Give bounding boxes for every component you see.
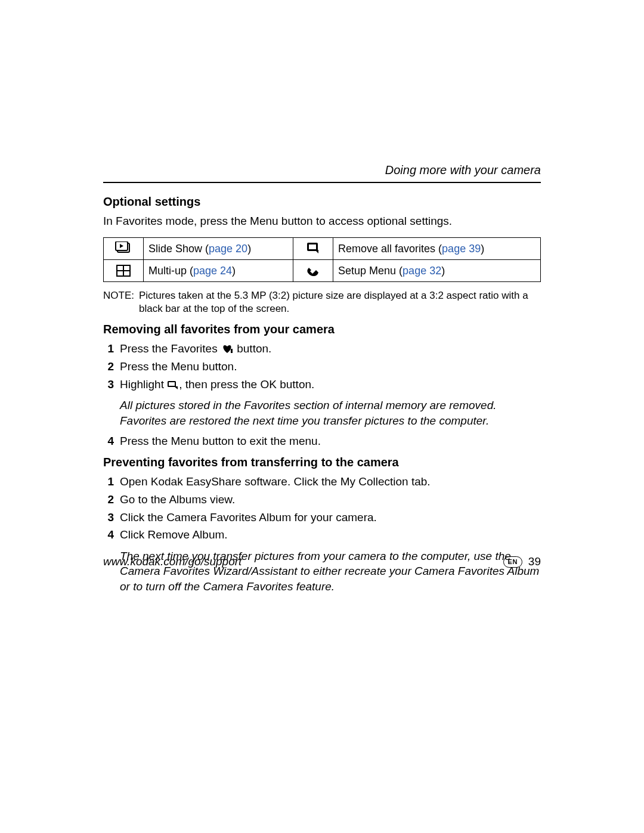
multiup-tail: )	[232, 265, 236, 277]
step-body: Click the Camera Favorites Album for you…	[120, 510, 541, 525]
cell-slideshow-icon	[104, 237, 144, 259]
optional-settings-table: Slide Show (page 20) Remove all favorite…	[103, 237, 541, 283]
step-body: Highlight , then press the OK button.	[120, 377, 541, 392]
multiup-label: Multi-up (	[148, 265, 193, 277]
step-number: 2	[103, 492, 114, 507]
note-body: Pictures taken at the 5.3 MP (3:2) pictu…	[139, 289, 541, 315]
favorites-heart-icon	[221, 343, 234, 354]
slideshow-page-link[interactable]: page 20	[209, 243, 247, 255]
step-body: Go to the Albums view.	[120, 492, 541, 507]
step1-b: button.	[234, 342, 271, 355]
list-item: 4 Press the Menu button to exit the menu…	[103, 433, 541, 449]
setup-icon	[298, 264, 328, 277]
footer-url[interactable]: www.kodak.com/go/support	[103, 554, 242, 569]
list-item: 2 Press the Menu button.	[103, 359, 541, 374]
list-item: 3 Highlight , then press the OK button.	[103, 377, 541, 392]
footer: www.kodak.com/go/support EN 39	[103, 554, 541, 569]
running-head: Doing more with your camera	[103, 162, 541, 183]
remove-favorites-inline-icon	[167, 380, 179, 390]
cell-remove-favorites: Remove all favorites (page 39)	[333, 237, 541, 259]
note-label: NOTE:	[103, 289, 134, 315]
step-number: 3	[103, 377, 114, 392]
list-item: 2 Go to the Albums view.	[103, 492, 541, 507]
cell-setup-icon	[293, 259, 333, 281]
slideshow-icon	[109, 241, 138, 256]
cell-multiup-icon	[104, 259, 144, 281]
cell-multiup: Multi-up (page 24)	[144, 259, 293, 281]
list-item: 1 Open Kodak EasyShare software. Click t…	[103, 474, 541, 490]
setup-label: Setup Menu (	[338, 265, 402, 277]
remove-favorites-page-link[interactable]: page 39	[442, 243, 481, 255]
note: NOTE: Pictures taken at the 5.3 MP (3:2)…	[103, 289, 541, 315]
heading-preventing-favorites: Preventing favorites from transferring t…	[103, 454, 541, 470]
multiup-icon	[109, 265, 138, 277]
cell-setup: Setup Menu (page 32)	[333, 259, 541, 281]
page-number: 39	[528, 554, 541, 569]
removing-steps-cont: 4 Press the Menu button to exit the menu…	[103, 433, 541, 449]
language-badge: EN	[503, 556, 522, 568]
cell-slideshow: Slide Show (page 20)	[144, 237, 293, 259]
step-body: Press the Menu button.	[120, 359, 541, 374]
step3-a: Highlight	[120, 378, 167, 391]
footer-right: EN 39	[503, 554, 541, 569]
setup-page-link[interactable]: page 32	[402, 265, 441, 277]
setup-tail: )	[441, 265, 445, 277]
cell-remove-favorites-icon	[293, 237, 333, 259]
step1-a: Press the Favorites	[120, 342, 221, 355]
step-number: 4	[103, 527, 114, 543]
step-number: 3	[103, 510, 114, 525]
list-item: 1 Press the Favorites button.	[103, 341, 541, 357]
svg-rect-8	[231, 349, 233, 353]
list-item: 4 Click Remove Album.	[103, 527, 541, 543]
heading-optional-settings: Optional settings	[103, 194, 541, 210]
remove-favorites-label: Remove all favorites (	[338, 243, 442, 255]
removing-steps: 1 Press the Favorites button. 2 Press th…	[103, 341, 541, 392]
step-body: Press the Menu button to exit the menu.	[120, 433, 541, 449]
step-number: 4	[103, 433, 114, 449]
step-body: Open Kodak EasyShare software. Click the…	[120, 474, 541, 490]
step-body: Click Remove Album.	[120, 527, 541, 543]
step-body: Press the Favorites button.	[120, 341, 541, 357]
svg-rect-4	[309, 244, 316, 249]
slideshow-label: Slide Show (	[148, 243, 209, 255]
optional-intro: In Favorites mode, press the Menu button…	[103, 213, 541, 229]
page: Doing more with your camera Optional set…	[0, 0, 644, 833]
remove-favorites-tail: )	[481, 243, 484, 255]
preventing-steps: 1 Open Kodak EasyShare software. Click t…	[103, 474, 541, 543]
heading-removing-favorites: Removing all favorites from your camera	[103, 321, 541, 337]
multiup-page-link[interactable]: page 24	[193, 265, 232, 277]
list-item: 3 Click the Camera Favorites Album for y…	[103, 510, 541, 525]
remove-favorites-icon	[298, 241, 328, 256]
slideshow-tail: )	[247, 243, 251, 255]
step-number: 2	[103, 359, 114, 374]
step-number: 1	[103, 474, 114, 490]
svg-rect-10	[169, 382, 175, 386]
step3-b: , then press the OK button.	[179, 378, 314, 391]
removing-result: All pictures stored in the Favorites sec…	[120, 398, 541, 428]
step-number: 1	[103, 341, 114, 357]
